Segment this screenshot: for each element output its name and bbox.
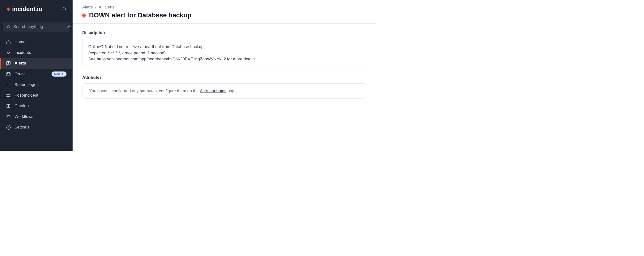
main: Alerts / All alerts DOWN alert for Datab… [72, 0, 376, 151]
nav-label: Status pages [14, 82, 38, 87]
sparkle-icon: ✦ [62, 72, 64, 76]
nav-label: Incidents [14, 50, 31, 55]
search-wrap: ⌘K [0, 18, 72, 35]
breadcrumb-current[interactable]: All alerts [99, 5, 114, 10]
page-title: DOWN alert for Database backup [89, 11, 191, 19]
nav-label: On-call [14, 72, 28, 77]
alert-icon [6, 61, 11, 66]
description-line: See https://onlineornot.com/app/heartbea… [88, 56, 360, 62]
svg-point-3 [8, 64, 9, 64]
home-icon [6, 40, 11, 44]
svg-rect-13 [7, 96, 8, 97]
breadcrumb-sep: / [95, 5, 96, 10]
status-dot-icon [82, 14, 86, 17]
svg-rect-4 [7, 72, 10, 76]
breadcrumb: Alerts / All alerts [82, 5, 366, 10]
svg-point-5 [8, 73, 8, 74]
svg-point-18 [8, 127, 9, 128]
svg-point-6 [9, 73, 10, 74]
content: Description OnlineOrNot did not receive … [72, 24, 376, 113]
sidebar-item-post-incident[interactable]: Post-incident [2, 90, 70, 101]
search-kbd: ⌘K [67, 25, 73, 29]
sidebar-item-incidents[interactable]: Incidents [2, 47, 70, 58]
nav-label: Post-incident [14, 93, 38, 98]
sidebar-item-workflows[interactable]: Workflows [2, 111, 70, 122]
description-line: OnlineOrNot did not receive a heartbeat … [88, 44, 360, 50]
nav-label: Alerts [14, 61, 26, 66]
description-url: https://onlineornot.com/app/heartbeats/b… [97, 57, 226, 61]
title-row: DOWN alert for Database backup [82, 11, 366, 19]
alert-attributes-link[interactable]: Alert attributes [200, 89, 226, 93]
sidebar-item-home[interactable]: Home [2, 37, 70, 47]
bot-icon [6, 114, 11, 119]
search-box[interactable]: ⌘K [3, 22, 70, 32]
svg-point-17 [9, 117, 10, 117]
breadcrumb-root[interactable]: Alerts [82, 5, 93, 10]
sidebar: incident.io ⌘K Home Incidents [0, 0, 72, 151]
search-icon [6, 25, 11, 29]
brand-text: incident.io [12, 5, 42, 13]
svg-rect-11 [7, 94, 8, 95]
nav: Home Incidents Alerts On-call New ✦ [0, 35, 72, 134]
brand-logo[interactable]: incident.io [6, 5, 42, 13]
nav-label: Catalog [14, 104, 29, 109]
gear-icon [6, 125, 11, 130]
nav-label: Settings [14, 125, 29, 130]
description-card: OnlineOrNot did not receive a heartbeat … [82, 39, 366, 67]
sidebar-item-alerts[interactable]: Alerts [0, 58, 72, 69]
svg-point-0 [7, 25, 10, 28]
search-input[interactable] [13, 24, 64, 29]
checklist-icon [6, 93, 11, 98]
new-badge: New ✦ [52, 72, 66, 77]
sidebar-item-catalog[interactable]: Catalog [2, 101, 70, 111]
attributes-card: You haven't configured any attributes, c… [82, 83, 366, 99]
svg-line-1 [10, 27, 10, 28]
svg-point-16 [8, 117, 8, 117]
top-header: Alerts / All alerts DOWN alert for Datab… [72, 0, 376, 24]
description-label: Description [82, 30, 366, 35]
sidebar-item-settings[interactable]: Settings [2, 122, 70, 132]
nav-label: Workflows [14, 114, 34, 119]
attributes-label: Attributes [82, 75, 366, 80]
bars-icon [6, 82, 11, 87]
sidebar-header: incident.io [0, 0, 72, 18]
fire-icon [6, 50, 11, 55]
nav-label: Home [14, 40, 26, 44]
book-icon [6, 104, 11, 109]
svg-rect-15 [7, 116, 10, 118]
description-line: (expected * * * * *, grace period: 1 sec… [88, 50, 360, 56]
sidebar-item-oncall[interactable]: On-call New ✦ [2, 69, 70, 79]
oncall-icon [6, 72, 11, 77]
bell-icon[interactable] [62, 7, 66, 11]
flame-icon [6, 6, 11, 12]
sidebar-item-status-pages[interactable]: Status pages [2, 79, 70, 90]
